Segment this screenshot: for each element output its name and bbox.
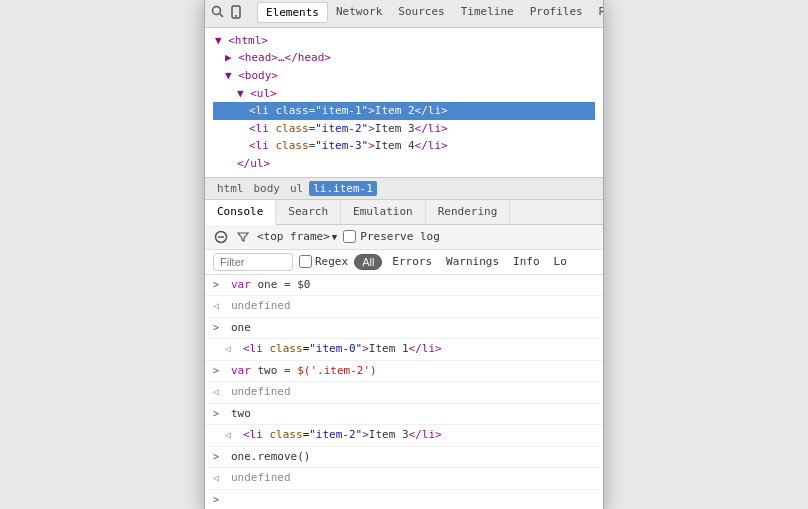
html-line-ul-close[interactable]: </ul>	[213, 155, 595, 173]
console-toolbar: <top frame> ▼ Preserve log	[205, 225, 603, 250]
console-line-2: ◁ undefined	[205, 296, 603, 318]
top-toolbar: Elements Network Sources Timeline Profil…	[205, 0, 603, 28]
console-code-3: one	[231, 320, 251, 337]
html-line-li3[interactable]: <li class="item-3">Item 4</li>	[213, 137, 595, 155]
input-arrow-5: >	[213, 363, 225, 378]
preserve-log-label: Preserve log	[360, 230, 439, 243]
tab-emulation[interactable]: Emulation	[341, 200, 426, 224]
regex-label[interactable]: Regex	[299, 255, 348, 268]
breadcrumb-li[interactable]: li.item-1	[309, 181, 377, 196]
filter-bar: Regex All Errors Warnings Info Lo	[205, 250, 603, 275]
breadcrumb: html body ul li.item-1	[205, 178, 603, 200]
console-prompt[interactable]	[231, 492, 238, 509]
console-line-8: ◁ <li class="item-2">Item 3</li>	[205, 425, 603, 447]
console-html-2: <li class="item-2">Item 3</li>	[243, 427, 442, 444]
html-line-html[interactable]: ▼ <html>	[213, 32, 595, 50]
tab-sources[interactable]: Sources	[390, 2, 452, 23]
console-output: > var one = $0 ◁ undefined > one ◁ <li c…	[205, 275, 603, 509]
console-line-3: > one	[205, 318, 603, 340]
frame-selector[interactable]: <top frame> ▼	[257, 230, 337, 243]
html-line-ul[interactable]: ▼ <ul>	[213, 85, 595, 103]
preserve-log: Preserve log	[343, 230, 439, 243]
tab-console[interactable]: Console	[205, 200, 276, 225]
frame-label: <top frame>	[257, 230, 330, 243]
input-arrow-7: >	[213, 406, 225, 421]
html-line-li1[interactable]: <li class="item-1">Item 2</li>	[213, 102, 595, 120]
console-line-6: ◁ undefined	[205, 382, 603, 404]
output-arrow-6: ◁	[213, 384, 225, 399]
console-undefined-6: undefined	[231, 384, 291, 401]
console-code-9: one.remove()	[231, 449, 310, 466]
console-line-1: > var one = $0	[205, 275, 603, 297]
input-arrow-1: >	[213, 277, 225, 292]
tab-resources[interactable]: Resou…	[591, 2, 604, 23]
console-line-5: > var two = $('.item-2')	[205, 361, 603, 383]
tab-profiles[interactable]: Profiles	[522, 2, 591, 23]
filter-errors[interactable]: Errors	[388, 254, 436, 269]
html-line-li2[interactable]: <li class="item-2">Item 3</li>	[213, 120, 595, 138]
console-line-10: ◁ undefined	[205, 468, 603, 490]
console-line-9: > one.remove()	[205, 447, 603, 469]
breadcrumb-body[interactable]: body	[250, 181, 285, 196]
input-arrow-11: >	[213, 492, 225, 507]
console-undefined-10: undefined	[231, 470, 291, 487]
html-tree: ▼ <html> ▶ <head>…</head> ▼ <body> ▼ <ul…	[213, 32, 595, 173]
filter-warnings[interactable]: Warnings	[442, 254, 503, 269]
mobile-icon[interactable]	[229, 3, 243, 21]
tab-search[interactable]: Search	[276, 200, 341, 224]
tab-elements[interactable]: Elements	[257, 2, 328, 23]
console-code-1: var one = $0	[231, 277, 311, 294]
filter-input[interactable]	[213, 253, 293, 271]
clear-console-icon[interactable]	[213, 229, 229, 245]
filter-log[interactable]: Lo	[550, 254, 571, 269]
devtools-window: Elements Network Sources Timeline Profil…	[204, 0, 604, 509]
output-arrow-4: ◁	[225, 341, 237, 356]
console-line-11[interactable]: >	[205, 490, 603, 509]
tab-timeline[interactable]: Timeline	[453, 2, 522, 23]
console-line-7: > two	[205, 404, 603, 426]
input-arrow-3: >	[213, 320, 225, 335]
tab-network[interactable]: Network	[328, 2, 390, 23]
breadcrumb-html[interactable]: html	[213, 181, 248, 196]
elements-panel: ▼ <html> ▶ <head>…</head> ▼ <body> ▼ <ul…	[205, 28, 603, 178]
regex-checkbox[interactable]	[299, 255, 312, 268]
filter-info[interactable]: Info	[509, 254, 544, 269]
console-undefined-2: undefined	[231, 298, 291, 315]
search-icon[interactable]	[211, 3, 225, 21]
preserve-log-checkbox[interactable]	[343, 230, 356, 243]
svg-line-1	[220, 14, 224, 18]
filter-all-btn[interactable]: All	[354, 254, 382, 270]
output-arrow-10: ◁	[213, 470, 225, 485]
breadcrumb-ul[interactable]: ul	[286, 181, 307, 196]
filter-icon[interactable]	[235, 229, 251, 245]
output-arrow-2: ◁	[213, 298, 225, 313]
tab-rendering[interactable]: Rendering	[426, 200, 511, 224]
html-line-head[interactable]: ▶ <head>…</head>	[213, 49, 595, 67]
nav-tabs: Elements Network Sources Timeline Profil…	[257, 2, 604, 23]
console-tabs: Console Search Emulation Rendering	[205, 200, 603, 225]
console-code-7: two	[231, 406, 251, 423]
console-code-5: var two = $('.item-2')	[231, 363, 377, 380]
svg-point-0	[213, 7, 221, 15]
input-arrow-9: >	[213, 449, 225, 464]
console-line-4: ◁ <li class="item-0">Item 1</li>	[205, 339, 603, 361]
console-html-1: <li class="item-0">Item 1</li>	[243, 341, 442, 358]
frame-dropdown-icon: ▼	[332, 232, 337, 242]
html-line-body[interactable]: ▼ <body>	[213, 67, 595, 85]
output-arrow-8: ◁	[225, 427, 237, 442]
